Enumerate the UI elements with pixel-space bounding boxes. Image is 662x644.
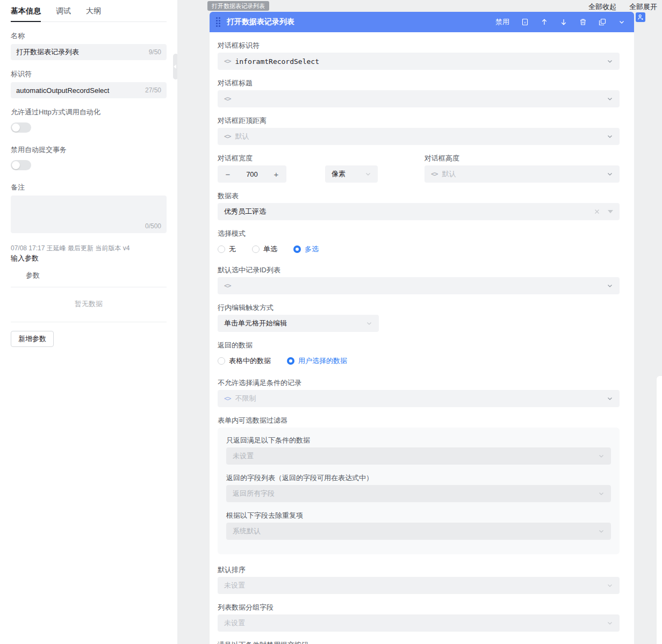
topbar: 全部收起 全部展开: [588, 2, 657, 12]
drag-handle-icon[interactable]: [216, 17, 220, 27]
collapse-all-link[interactable]: 全部收起: [588, 2, 616, 12]
sidebar-tabs: 基本信息 调试 大纲: [11, 0, 167, 22]
identifier-counter: 27/50: [145, 86, 161, 94]
last-updated-meta: 07/08 17:17 王延峰 最后更新 当前版本 v4: [11, 244, 167, 252]
dedupe-label: 根据以下字段去除重复项: [226, 511, 611, 520]
disallow-label: 不允许选择满足条件的记录: [218, 378, 620, 388]
code-angle-icon: [431, 170, 437, 178]
trash-icon[interactable]: [579, 18, 587, 26]
stepper-plus-button[interactable]: +: [266, 170, 286, 179]
name-counter: 9/50: [149, 48, 161, 56]
params-column-header: 参数: [11, 263, 167, 287]
person-add-icon[interactable]: [636, 12, 645, 22]
code-angle-icon: [224, 282, 231, 290]
chevron-down-icon: [365, 171, 371, 177]
select-mode-radio-group: 无 单选 多选: [218, 244, 620, 255]
filter-condition-select[interactable]: 未设置: [226, 447, 611, 465]
chevron-down-icon: [366, 320, 372, 327]
chevron-down-icon: [598, 528, 605, 534]
copy-icon[interactable]: [598, 18, 606, 26]
radio-multi[interactable]: 多选: [293, 244, 319, 254]
remark-textarea[interactable]: 0/500: [11, 196, 167, 233]
name-label: 名称: [11, 31, 167, 41]
default-ids-input[interactable]: [218, 277, 620, 294]
datasheet-select[interactable]: 优秀员工评选: [218, 203, 620, 220]
dialog-height-input[interactable]: 默认: [424, 165, 620, 183]
datasheet-value: 优秀员工评选: [224, 207, 266, 216]
sidebar: 基本信息 调试 大纲 名称 打开数据表记录列表 9/50 标识符 automat…: [0, 0, 177, 644]
chevron-down-icon: [607, 283, 613, 289]
return-fields-placeholder: 返回所有字段: [233, 489, 275, 498]
radio-dot: [252, 245, 260, 253]
document-icon[interactable]: [521, 18, 529, 26]
chevron-down-icon: [607, 58, 613, 64]
group-field-select[interactable]: 未设置: [218, 614, 620, 632]
radio-none-label: 无: [229, 244, 236, 254]
http-toggle[interactable]: [11, 122, 31, 133]
tab-outline[interactable]: 大纲: [86, 6, 101, 21]
code-angle-icon: [224, 395, 231, 402]
chevron-down-icon: [607, 171, 613, 177]
dialog-width-value[interactable]: 700: [238, 170, 266, 178]
node-form: 对话框标识符 inforamtRecordSelect 对话框标题: [210, 32, 634, 644]
radio-table-data[interactable]: 表格中的数据: [218, 356, 271, 366]
dialog-width-stepper: − 700 +: [218, 165, 286, 183]
autocommit-toggle[interactable]: [11, 160, 31, 170]
main-canvas: 全部收起 全部展开 打开数据表记录列表 打开数据表记录列表 禁用: [177, 0, 662, 644]
chevron-down-icon: [607, 96, 613, 102]
node-title: 打开数据表记录列表: [227, 17, 294, 27]
disable-submit-label: 满足以下条件时禁用提交按钮: [218, 640, 620, 644]
return-data-label: 返回的数据: [218, 341, 620, 350]
return-data-radio-group: 表格中的数据 用户选择的数据: [218, 356, 620, 366]
dialog-top-input[interactable]: 默认: [218, 128, 620, 145]
group-field-label: 列表数据分组字段: [218, 603, 620, 612]
inline-edit-value: 单击单元格开始编辑: [224, 319, 287, 328]
filter-condition-placeholder: 未设置: [233, 451, 254, 461]
node-tag: 打开数据表记录列表: [207, 1, 269, 11]
dialog-identifier-input[interactable]: inforamtRecordSelect: [218, 53, 620, 70]
dialog-title-input[interactable]: [218, 90, 620, 107]
chevron-down-icon[interactable]: [617, 18, 625, 26]
params-empty-text: 暂无数据: [11, 287, 167, 322]
radio-single-label: 单选: [263, 244, 277, 254]
width-unit-value: 像素: [332, 169, 346, 179]
radio-dot: [293, 245, 301, 253]
radio-user-selected[interactable]: 用户选择的数据: [287, 356, 347, 366]
name-input[interactable]: 打开数据表记录列表 9/50: [11, 44, 167, 60]
radio-user-selected-label: 用户选择的数据: [298, 356, 347, 366]
radio-dot: [218, 357, 225, 365]
right-panel-strip[interactable]: [657, 376, 662, 644]
inline-edit-label: 行内编辑触发方式: [218, 303, 620, 313]
expand-all-link[interactable]: 全部展开: [629, 2, 657, 12]
stepper-minus-button[interactable]: −: [218, 170, 238, 179]
code-angle-icon: [224, 57, 231, 65]
autocommit-toggle-label: 禁用自动提交事务: [11, 145, 167, 155]
default-ids-label: 默认选中记录ID列表: [218, 265, 620, 275]
disallow-placeholder: 不限制: [235, 394, 256, 403]
width-unit-select[interactable]: 像素: [325, 165, 378, 183]
return-fields-select[interactable]: 返回所有字段: [226, 485, 611, 502]
radio-single[interactable]: 单选: [252, 244, 277, 254]
clear-x-icon[interactable]: [594, 208, 600, 215]
disable-button[interactable]: 禁用: [495, 17, 509, 27]
arrow-down-icon[interactable]: [559, 18, 567, 26]
identifier-input[interactable]: automaticOutputRecordSelect 27/50: [11, 82, 167, 98]
return-fields-label: 返回的字段列表（返回的字段可用在表达式中）: [226, 473, 611, 483]
datasheet-label: 数据表: [218, 191, 620, 201]
add-param-button[interactable]: 新增参数: [11, 331, 54, 347]
identifier-label: 标识符: [11, 69, 167, 79]
disallow-input[interactable]: 不限制: [218, 390, 620, 407]
default-sort-select[interactable]: 未设置: [218, 577, 620, 594]
arrow-up-icon[interactable]: [540, 18, 548, 26]
chevron-down-icon: [607, 133, 613, 140]
dedupe-select[interactable]: 系统默认: [226, 523, 611, 540]
input-params-title: 输入参数: [11, 254, 167, 263]
inline-edit-select[interactable]: 单击单元格开始编辑: [218, 315, 379, 332]
chevron-down-icon: [607, 582, 613, 589]
tab-basic-info[interactable]: 基本信息: [11, 6, 41, 21]
select-mode-label: 选择模式: [218, 229, 620, 238]
group-field-placeholder: 未设置: [224, 618, 245, 628]
tab-debug[interactable]: 调试: [56, 6, 71, 21]
default-sort-label: 默认排序: [218, 565, 620, 575]
radio-none[interactable]: 无: [218, 244, 236, 254]
